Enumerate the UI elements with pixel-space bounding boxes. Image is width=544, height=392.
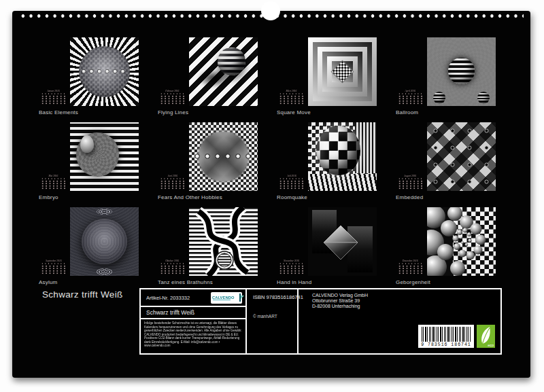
- mini-weekday-row: [279, 93, 304, 95]
- ean-barcode: 9 783516 186741: [418, 325, 474, 348]
- mini-weekday-row: [398, 93, 423, 95]
- mini-month-label: März 2016: [286, 89, 297, 92]
- calendar-title-small: Schwarz trifft Weiß: [146, 309, 194, 316]
- mini-weekday-row: [398, 178, 423, 180]
- mini-month-calendar: Dezember 2016: [396, 256, 425, 277]
- mini-weekday-row: [160, 263, 185, 265]
- mini-month-calendar: Juli 2016: [277, 171, 306, 192]
- thumb-fears-and-other-hobbies: [189, 122, 258, 191]
- op-art-circle-band: [192, 152, 254, 161]
- mini-month-calendar: Oktober 2016: [158, 256, 187, 277]
- artwork-title: Embedded: [396, 194, 515, 200]
- calvendo-logo: CALVENDO: [211, 292, 242, 304]
- mini-month-label: Juni 2016: [167, 174, 177, 177]
- publisher-address: CALVENDO Verlag GmbH Ottobrunner Straße …: [312, 293, 368, 309]
- calendar-cell: März 2016: [277, 37, 396, 122]
- op-art-sphere: [448, 58, 474, 84]
- legal-row: Infolge bestehender Schutzrechte ist es …: [141, 319, 245, 376]
- calendar-cell: April 2016 Ballroom: [396, 37, 515, 122]
- mini-month-label: September 2016: [46, 259, 61, 262]
- mini-month-label: Mai 2016: [49, 174, 58, 177]
- calendar-cell: Dezember 2016: [396, 207, 515, 292]
- publisher-info-box: Artikel-Nr. 2033332 CALVENDO Schwarz tri…: [139, 288, 502, 355]
- thumb-asylum: [70, 207, 139, 276]
- thumb-roomquake: [308, 122, 377, 191]
- op-art-egg: [80, 135, 94, 153]
- mini-days-grid: [160, 265, 186, 274]
- mini-month-label: August 2016: [404, 174, 416, 177]
- barcode-bars: [422, 327, 471, 342]
- artwork-title: Flying Lines: [158, 109, 277, 115]
- calendar-cell: November 2016: [277, 207, 396, 292]
- title-row: Schwarz trifft Weiß: [141, 307, 245, 319]
- calendar-cell: Oktober 2016: [158, 207, 277, 292]
- mini-month-calendar: April 2016: [396, 86, 425, 107]
- calvendo-logo-text: CALVENDO: [212, 295, 234, 299]
- artikel-row: Artikel-Nr. 2033332 CALVENDO: [141, 289, 245, 307]
- mini-month-label: Juli 2016: [287, 174, 296, 177]
- thumb-basic-elements: [70, 37, 139, 106]
- thumb-tanz-eines-brathuhns: [189, 207, 258, 276]
- calendar-back-sheet: Januar 2016 Basic Elements Februar 2016: [12, 11, 530, 378]
- mini-weekday-row: [41, 263, 66, 265]
- calvendo-logo-icon: [239, 293, 241, 302]
- eco-badge: eco: [477, 325, 495, 348]
- address-line: Ottobrunner Straße 39: [312, 298, 368, 304]
- mini-days-grid: [160, 95, 186, 105]
- address-line: CALVENDO Verlag GmbH: [312, 293, 368, 298]
- thumb-flying-lines: [189, 37, 258, 106]
- op-art-floor: [308, 174, 377, 191]
- address-line: D-82008 Unterhaching: [312, 304, 368, 309]
- mini-weekday-row: [279, 178, 304, 180]
- calendar-cell: Februar 2016 Flying Lines: [158, 37, 277, 122]
- artwork-title: Tanz eines Brathuhns: [158, 279, 277, 285]
- calendar-cell: September 2016 Asylum: [39, 207, 158, 292]
- mini-days-grid: [41, 95, 67, 105]
- mini-month-calendar: Februar 2016: [158, 86, 187, 107]
- legal-text: Infolge bestehender Schutzrechte ist es …: [144, 321, 242, 347]
- thumb-geborgenheit: [427, 207, 496, 276]
- mini-month-calendar: März 2016: [277, 86, 306, 107]
- mini-weekday-row: [279, 263, 304, 265]
- artwork-title: Basic Elements: [39, 109, 158, 115]
- mini-weekday-row: [160, 93, 185, 95]
- calendar-cell: Juni 2016 Fears And Other Hobbies: [158, 122, 277, 207]
- mini-weekday-row: [41, 178, 66, 180]
- barcode-digits: 9 783516 186741: [418, 342, 474, 347]
- artwork-title: Ballroom: [396, 109, 515, 115]
- mini-month-label: Februar 2016: [165, 89, 179, 92]
- mini-month-label: Dezember 2016: [403, 259, 418, 262]
- thumb-embedded: [427, 122, 496, 191]
- mini-days-grid: [398, 95, 424, 105]
- page-background: Januar 2016 Basic Elements Februar 2016: [0, 0, 544, 392]
- artwork-title: Embryo: [39, 194, 158, 200]
- mini-days-grid: [279, 95, 305, 105]
- artwork-title: Roomquake: [277, 194, 396, 200]
- mini-days-grid: [160, 180, 186, 190]
- calendar-title: Schwarz trifft Weiß: [42, 289, 122, 300]
- mini-month-calendar: Januar 2016: [39, 86, 68, 107]
- calvendo-logo-tagline: [213, 300, 231, 301]
- calendar-cell: Mai 2016 Embryo: [39, 122, 158, 207]
- op-art-small-sphere: [477, 92, 490, 104]
- artwork-title: Fears And Other Hobbies: [158, 194, 277, 200]
- mini-month-calendar: Juni 2016: [158, 171, 187, 192]
- op-art-ripple: [97, 268, 112, 274]
- thumb-square-move: [308, 37, 377, 106]
- mini-days-grid: [279, 180, 305, 190]
- copyright-text: © manhART: [253, 314, 277, 319]
- op-art-sphere: [218, 48, 245, 75]
- op-art-ripple: [97, 209, 112, 215]
- mini-month-label: Januar 2016: [47, 89, 59, 92]
- mini-days-grid: [41, 265, 67, 274]
- artwork-title: Hand in Hand: [277, 279, 396, 285]
- hanger-hole: [261, 1, 280, 20]
- artikel-number: Artikel-Nr. 2033332: [146, 295, 190, 301]
- artwork-title: Geborgenheit: [396, 279, 515, 285]
- mini-weekday-row: [41, 93, 66, 95]
- mini-month-calendar: Mai 2016: [39, 171, 68, 192]
- calendar-cell: August 2016 Embedded: [396, 122, 515, 207]
- mini-month-calendar: August 2016: [396, 171, 425, 192]
- op-art-small-sphere: [433, 92, 445, 104]
- op-art-sphere: [82, 219, 127, 264]
